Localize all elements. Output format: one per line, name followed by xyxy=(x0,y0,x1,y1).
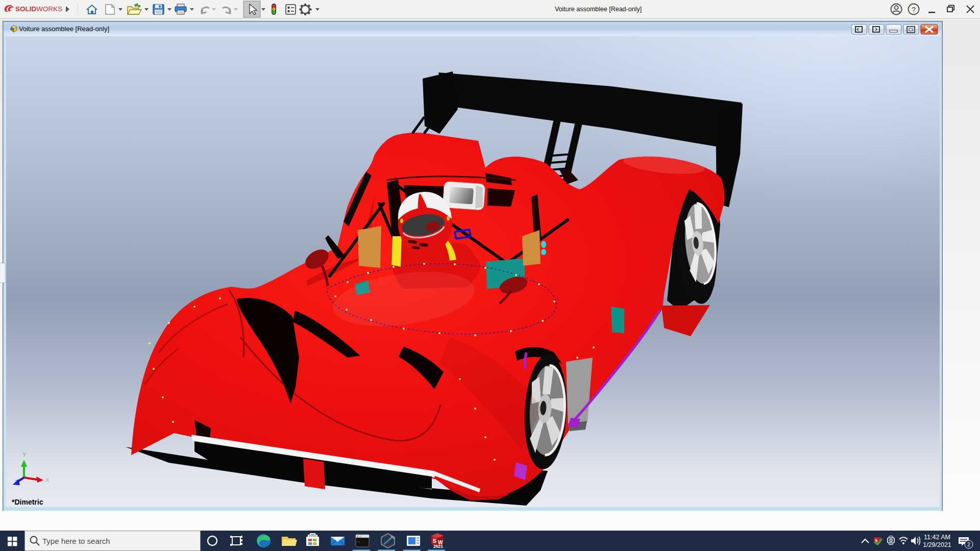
svg-text:Y: Y xyxy=(22,452,27,458)
svg-text:2: 2 xyxy=(967,541,970,547)
svg-text:2021: 2021 xyxy=(433,544,443,549)
svg-text:X: X xyxy=(45,477,50,483)
svg-text:1/29/2021: 1/29/2021 xyxy=(923,541,951,548)
svg-text:S: S xyxy=(433,538,436,544)
svg-text:_: _ xyxy=(357,538,360,543)
svg-text:Z: Z xyxy=(15,480,18,485)
svg-text:SOLIDWORKS: SOLIDWORKS xyxy=(15,5,62,13)
svg-text:?: ? xyxy=(912,5,916,14)
svg-text:11:42 AM: 11:42 AM xyxy=(924,534,950,541)
